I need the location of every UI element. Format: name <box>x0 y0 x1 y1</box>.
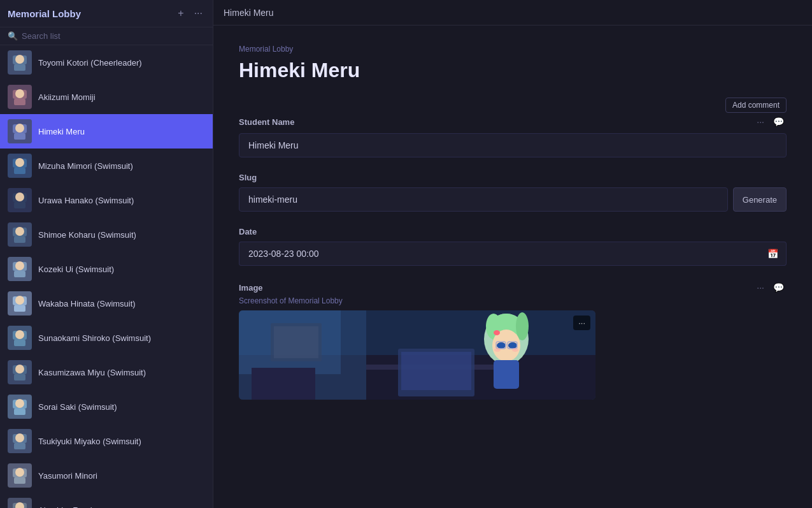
avatar <box>8 395 32 419</box>
slug-input[interactable] <box>239 187 728 212</box>
topbar: Himeki Meru <box>213 0 812 25</box>
svg-point-66 <box>497 342 506 349</box>
svg-rect-51 <box>14 477 25 484</box>
date-row: 📅 <box>239 242 787 266</box>
slug-header: Slug <box>239 173 787 182</box>
svg-point-6 <box>15 89 24 98</box>
svg-rect-43 <box>14 409 25 415</box>
svg-point-30 <box>15 296 24 305</box>
list-item-label: Shimoe Koharu (Swimsuit) <box>38 230 136 240</box>
search-icon: 🔍 <box>8 31 18 41</box>
list-scroll: Toyomi Kotori (Cheerleader) Akiizumi Mom… <box>0 45 213 508</box>
date-label: Date <box>239 227 257 236</box>
image-overlay-more-button[interactable]: ··· <box>573 316 590 330</box>
avatar <box>8 360 32 384</box>
svg-rect-11 <box>14 133 25 140</box>
student-name-input[interactable] <box>239 133 787 157</box>
more-options-button[interactable]: ··· <box>192 6 205 20</box>
svg-rect-79 <box>401 352 471 390</box>
add-comment-button[interactable]: Add comment <box>725 98 787 113</box>
list-item[interactable]: Wakaba Hinata (Swimsuit) <box>0 286 213 321</box>
list-item[interactable]: Sunaokami Shiroko (Swimsuit) <box>0 321 213 355</box>
sidebar-header: Memorial Lobby + ··· <box>0 0 213 27</box>
slug-row: Generate <box>239 187 787 212</box>
svg-point-46 <box>15 433 24 442</box>
svg-rect-23 <box>14 236 25 243</box>
avatar <box>8 291 32 316</box>
svg-point-38 <box>15 365 24 374</box>
svg-point-14 <box>15 158 24 167</box>
list-item-label: Tsukiyuki Miyako (Swimsuit) <box>38 437 141 446</box>
svg-point-10 <box>15 124 24 133</box>
svg-point-26 <box>15 261 24 270</box>
generate-button[interactable]: Generate <box>733 187 787 212</box>
avatar <box>8 119 32 143</box>
list-item[interactable]: Sorai Saki (Swimsuit) <box>0 389 213 424</box>
student-name-comment-button[interactable]: 💬 <box>771 115 787 128</box>
calendar-button[interactable]: 📅 <box>760 242 787 266</box>
student-name-actions: ··· 💬 <box>754 115 787 128</box>
search-input[interactable] <box>22 31 205 41</box>
svg-rect-31 <box>14 305 25 312</box>
main-content: Himeki Meru Memorial Lobby Himeki Meru A… <box>213 0 812 508</box>
student-name-more-button[interactable]: ··· <box>754 115 767 128</box>
date-input[interactable] <box>239 242 760 266</box>
svg-rect-27 <box>14 271 25 277</box>
svg-rect-39 <box>14 374 25 381</box>
avatar <box>8 429 32 453</box>
svg-rect-19 <box>14 202 25 208</box>
list-item[interactable]: Mizuha Mimori (Swimsuit) <box>0 149 213 183</box>
student-name-section: Student Name ··· 💬 <box>239 115 787 157</box>
svg-rect-15 <box>14 168 25 174</box>
list-item-label: Kasumizawa Miyu (Swimsuit) <box>38 368 146 377</box>
svg-rect-35 <box>14 340 25 346</box>
content-area: Memorial Lobby Himeki Meru Add comment S… <box>213 25 812 508</box>
list-item-label: Wakaba Hinata (Swimsuit) <box>38 299 136 308</box>
svg-point-71 <box>494 348 501 352</box>
list-item[interactable]: Himeki Meru <box>0 114 213 149</box>
svg-point-22 <box>15 227 24 236</box>
svg-point-67 <box>508 342 517 349</box>
image-label: Image <box>239 283 263 293</box>
avatar <box>8 154 32 178</box>
svg-point-42 <box>15 399 24 408</box>
sidebar: Memorial Lobby + ··· 🔍 Toyomi Kotori (Ch… <box>0 0 213 508</box>
avatar <box>8 257 32 281</box>
svg-rect-73 <box>494 360 519 389</box>
date-header: Date <box>239 227 787 236</box>
svg-point-50 <box>15 468 24 477</box>
list-item[interactable]: Tsukiyuki Miyako (Swimsuit) <box>0 424 213 458</box>
list-item[interactable]: Kozeki Ui (Swimsuit) <box>0 252 213 286</box>
avatar <box>8 326 32 350</box>
breadcrumb: Memorial Lobby <box>239 45 787 54</box>
image-more-button[interactable]: ··· <box>754 281 767 294</box>
sidebar-title: Memorial Lobby <box>8 8 81 19</box>
list-item-label: Kozeki Ui (Swimsuit) <box>38 265 114 274</box>
list-item-label: Yasumori Minori <box>38 471 97 481</box>
list-item[interactable]: Kasumizawa Miyu (Swimsuit) <box>0 355 213 389</box>
topbar-title: Himeki Meru <box>224 8 274 18</box>
slug-section: Slug Generate <box>239 173 787 212</box>
image-section: Image ··· 💬 Screenshot of Memorial Lobby <box>239 281 787 400</box>
avatar <box>8 463 32 488</box>
list-item[interactable]: Akiizumi Momiji <box>0 80 213 114</box>
list-item-label: Himeki Meru <box>38 127 85 136</box>
svg-point-72 <box>512 348 518 352</box>
list-item[interactable]: Yasumori Minori <box>0 458 213 493</box>
image-container: ··· <box>239 310 595 400</box>
date-section: Date 📅 <box>239 227 787 266</box>
list-item[interactable]: Toyomi Kotori (Cheerleader) <box>0 45 213 80</box>
search-bar: 🔍 <box>0 27 213 45</box>
avatar <box>8 498 32 508</box>
record-title: Himeki Meru <box>239 59 787 82</box>
list-item[interactable]: Shimoe Koharu (Swimsuit) <box>0 217 213 252</box>
list-item[interactable]: Akeshiro Rumi <box>0 493 213 508</box>
add-item-button[interactable]: + <box>175 6 186 20</box>
list-item-label: Mizuha Mimori (Swimsuit) <box>38 161 133 171</box>
svg-point-18 <box>15 192 24 201</box>
image-comment-button[interactable]: 💬 <box>771 281 787 294</box>
image-sublabel: Screenshot of Memorial Lobby <box>239 296 787 305</box>
list-item[interactable]: Urawa Hanako (Swimsuit) <box>0 183 213 217</box>
list-item-label: Urawa Hanako (Swimsuit) <box>38 196 134 205</box>
avatar <box>8 188 32 212</box>
